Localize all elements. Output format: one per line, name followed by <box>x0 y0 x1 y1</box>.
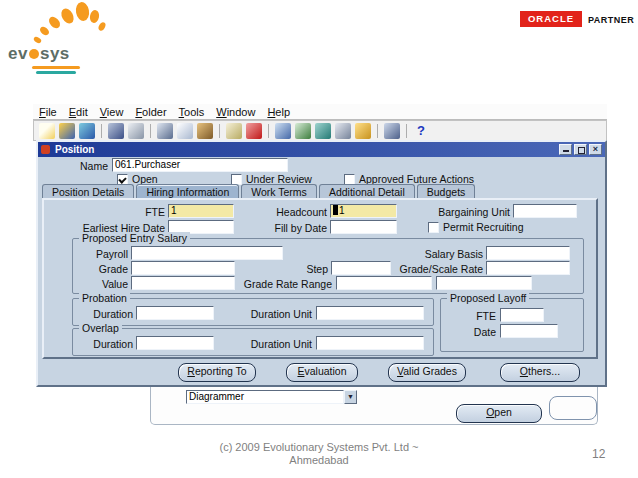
fte-field[interactable]: 1 <box>168 204 234 218</box>
diagrammer-field[interactable]: Diagrammer <box>186 390 344 404</box>
salary-basis-label: Salary Basis <box>405 248 483 260</box>
zoom-icon[interactable] <box>295 123 311 139</box>
reporting-to-button[interactable]: Reporting To <box>178 363 256 382</box>
value-label: Value <box>78 278 128 290</box>
payroll-field[interactable] <box>131 246 283 260</box>
evaluation-button[interactable]: Evaluation <box>286 363 358 382</box>
overlap-duration-unit-label: Duration Unit <box>236 338 312 350</box>
toolbar-separator <box>268 124 269 138</box>
evosys-logo: evsys <box>6 2 118 78</box>
logo-dot <box>59 6 76 25</box>
grade-rate-range-high-field[interactable] <box>436 276 532 290</box>
find-icon[interactable] <box>59 123 75 139</box>
salary-basis-field[interactable] <box>486 246 570 260</box>
open-button[interactable]: Open <box>456 404 542 423</box>
minimize-button[interactable] <box>559 144 572 155</box>
probation-duration-unit-label: Duration Unit <box>236 308 312 320</box>
page-number: 12 <box>592 447 605 461</box>
overlap-duration-label: Duration <box>76 338 133 350</box>
overlap-title: Overlap <box>79 322 122 334</box>
close-button[interactable]: × <box>589 144 602 155</box>
window-titlebar[interactable]: Position × <box>38 142 605 157</box>
folder-tools-icon[interactable] <box>355 123 371 139</box>
background-dialog: Diagrammer ▼ Open <box>150 387 598 425</box>
toolbar: ? <box>33 120 607 141</box>
grade-field[interactable] <box>131 261 235 275</box>
toolbar-separator <box>101 124 102 138</box>
fte-label: FTE <box>110 206 165 218</box>
permit-recruiting-checkbox[interactable] <box>428 222 439 233</box>
tab-budgets[interactable]: Budgets <box>417 184 476 199</box>
layoff-date-field[interactable] <box>500 324 558 338</box>
window-controls: × <box>559 144 602 155</box>
menu-item-file[interactable]: File <box>33 106 63 118</box>
grade-label: Grade <box>78 263 128 275</box>
overlap-duration-field[interactable] <box>136 336 214 350</box>
show-navigator-icon[interactable] <box>79 123 95 139</box>
print-icon[interactable] <box>128 123 144 139</box>
proposed-layoff-title: Proposed Layoff <box>447 292 529 304</box>
permit-recruiting-label: Permit Recruiting <box>443 221 524 233</box>
layoff-fte-field[interactable] <box>500 308 544 322</box>
headcount-field[interactable]: 1 <box>330 204 397 218</box>
menubar: FileEditViewFolderToolsWindowHelp <box>33 104 607 120</box>
fill-by-date-label: Fill by Date <box>267 222 327 234</box>
logo-dot <box>47 15 62 31</box>
logo-dot <box>97 21 107 32</box>
toolbar-separator <box>406 124 407 138</box>
window-icon <box>41 145 50 154</box>
probation-title: Probation <box>79 292 130 304</box>
grade-rate-range-label: Grade Rate Range <box>236 278 332 290</box>
grade-scale-rate-field[interactable] <box>486 261 570 275</box>
bargaining-unit-field[interactable] <box>513 204 577 218</box>
new-icon[interactable] <box>39 123 55 139</box>
translations-icon[interactable] <box>315 123 331 139</box>
save-icon[interactable] <box>108 123 124 139</box>
delete-record-icon[interactable] <box>246 123 262 139</box>
menu-item-window[interactable]: Window <box>210 106 261 118</box>
slide: evsys ORACLE PARTNER FileEditViewFolderT… <box>0 0 638 478</box>
logo-dot <box>89 9 101 24</box>
overlap-duration-unit-field[interactable] <box>316 336 424 350</box>
maximize-button[interactable] <box>574 144 587 155</box>
footer-line2: Ahmedabad <box>0 454 638 467</box>
menu-item-help[interactable]: Help <box>261 106 296 118</box>
attachments-icon[interactable] <box>335 123 351 139</box>
tab-position-details[interactable]: Position Details <box>42 184 134 199</box>
menu-item-view[interactable]: View <box>94 106 130 118</box>
tab-work-terms[interactable]: Work Terms <box>241 184 317 199</box>
copy-icon[interactable] <box>177 123 193 139</box>
summary-detail-icon[interactable] <box>384 123 400 139</box>
evosys-o-dot <box>29 49 39 59</box>
valid-grades-button[interactable]: Valid Grades <box>388 363 466 382</box>
menu-item-folder[interactable]: Folder <box>129 106 172 118</box>
grade-rate-range-low-field[interactable] <box>336 276 432 290</box>
others-button[interactable]: Others... <box>500 363 580 382</box>
step-field[interactable] <box>331 261 391 275</box>
name-field[interactable]: 061.Purchaser <box>112 158 288 172</box>
menu-item-edit[interactable]: Edit <box>63 106 94 118</box>
logo-dot <box>33 36 42 44</box>
clear-record-icon[interactable] <box>226 123 242 139</box>
fill-by-date-field[interactable] <box>330 220 397 234</box>
payroll-label: Payroll <box>78 248 128 260</box>
proposed-entry-salary-title: Proposed Entry Salary <box>79 232 190 244</box>
text-cursor <box>333 205 338 215</box>
paste-icon[interactable] <box>197 123 213 139</box>
slide-footer: (c) 2009 Evolutionary Systems Pvt. Ltd ~… <box>0 441 638 467</box>
value-field[interactable] <box>131 276 235 290</box>
tab-additional-detail[interactable]: Additional Detail <box>319 184 415 199</box>
dropdown-arrow-icon[interactable]: ▼ <box>344 390 357 404</box>
evosys-tagline-bar <box>36 71 76 74</box>
cut-icon[interactable] <box>157 123 173 139</box>
edit-field-icon[interactable] <box>275 123 291 139</box>
logo-dot <box>74 1 90 22</box>
help-icon[interactable]: ? <box>413 123 429 139</box>
toolbar-separator <box>377 124 378 138</box>
menu-item-tools[interactable]: Tools <box>173 106 211 118</box>
tab-hiring-information[interactable]: Hiring Information <box>136 184 239 199</box>
evosys-tagline-bar <box>32 66 80 69</box>
probation-duration-unit-field[interactable] <box>316 306 424 320</box>
probation-duration-field[interactable] <box>136 306 214 320</box>
probation-duration-label: Duration <box>76 308 133 320</box>
